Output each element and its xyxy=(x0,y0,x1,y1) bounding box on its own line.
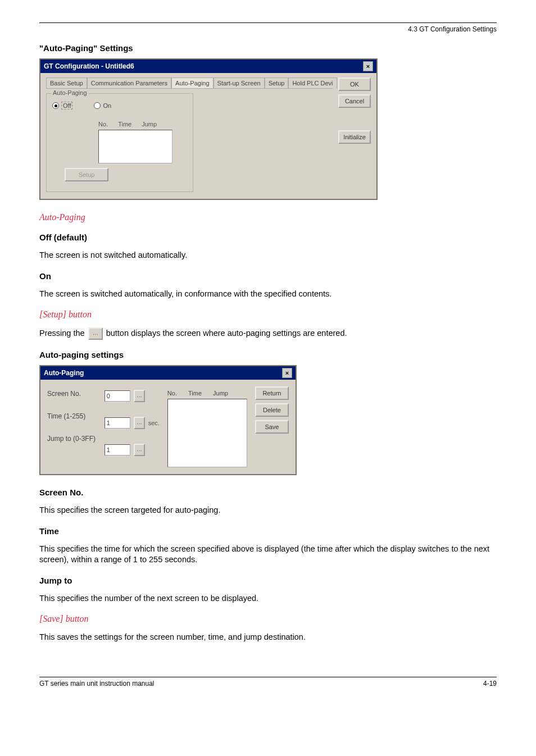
heading-off: Off (default) xyxy=(39,233,497,242)
window-title: GT Configuration - Untitled6 xyxy=(44,62,134,70)
heading-autopaging-settings: Auto-paging settings xyxy=(39,350,497,359)
groupbox-legend: Auto-Paging xyxy=(51,89,89,96)
col-time: Time xyxy=(118,121,131,127)
label-sec: sec. xyxy=(148,420,160,426)
titlebar: GT Configuration - Untitled6 × xyxy=(40,60,376,73)
autopaging-listbox[interactable] xyxy=(167,399,247,467)
time-input[interactable]: 1 xyxy=(105,417,130,429)
setup-button[interactable]: Setup xyxy=(65,168,108,181)
tab-startup-screen[interactable]: Start-up Screen xyxy=(214,78,265,88)
delete-button[interactable]: Delete xyxy=(255,403,289,417)
tab-hold-plc-dev[interactable]: Hold PLC Devi xyxy=(288,78,337,88)
tab-communication-parameters[interactable]: Communication Parameters xyxy=(87,78,171,88)
col-no: No. xyxy=(167,390,177,397)
tab-setup[interactable]: Setup xyxy=(265,78,289,88)
para-save: This saves the settings for the screen n… xyxy=(39,632,497,643)
para-setup-post: button displays the screen where auto-pa… xyxy=(106,329,347,338)
gt-configuration-window: GT Configuration - Untitled6 × Basic Set… xyxy=(39,58,378,200)
tab-auto-paging[interactable]: Auto-Paging xyxy=(171,78,214,88)
spin-button-icon[interactable]: … xyxy=(134,390,145,402)
spin-button-icon[interactable]: … xyxy=(134,417,145,429)
cancel-button[interactable]: Cancel xyxy=(338,94,371,108)
footer-page-number: 4-19 xyxy=(483,680,497,687)
close-icon[interactable]: × xyxy=(282,368,292,378)
para-setup-pre: Pressing the xyxy=(39,329,85,338)
return-button[interactable]: Return xyxy=(255,386,289,400)
radio-on[interactable]: On xyxy=(94,102,111,110)
radio-icon xyxy=(52,102,59,109)
heading-on: On xyxy=(39,271,497,281)
autopaging-listbox[interactable] xyxy=(98,130,172,163)
spin-button-icon[interactable]: … xyxy=(134,444,145,456)
section-heading: "Auto-Paging" Settings xyxy=(39,43,497,53)
radio-on-label: On xyxy=(103,102,111,109)
para-jump: This specifies the number of the next sc… xyxy=(39,593,497,604)
initialize-button[interactable]: Initialize xyxy=(338,130,371,144)
titlebar: Auto-Paging × xyxy=(40,366,296,380)
heading-screen-no: Screen No. xyxy=(39,488,497,497)
radio-off-label: Off xyxy=(61,102,72,110)
para-setup: Pressing the … button displays the scree… xyxy=(39,327,497,340)
col-jump: Jump xyxy=(213,390,228,397)
radio-icon xyxy=(94,102,101,109)
tab-strip: Basic Setup Communication Parameters Aut… xyxy=(46,78,333,89)
footer-manual-title: GT series main unit instruction manual xyxy=(39,680,155,687)
para-screen-no: This specifies the screen targeted for a… xyxy=(39,505,497,516)
ok-button[interactable]: OK xyxy=(338,78,371,91)
radio-off[interactable]: Off xyxy=(52,102,72,110)
col-no: No. xyxy=(98,121,108,127)
para-off: The screen is not switched automatically… xyxy=(39,250,497,261)
page-header-section: 4.3 GT Configuration Settings xyxy=(39,25,497,33)
tab-basic-setup[interactable]: Basic Setup xyxy=(46,78,87,88)
para-time: This specifies the time for which the sc… xyxy=(39,544,497,566)
heading-time: Time xyxy=(39,526,497,536)
heading-autopaging: Auto-Paging xyxy=(39,212,497,222)
para-on: The screen is switched automatically, in… xyxy=(39,289,497,300)
label-time: Time (1-255) xyxy=(47,412,97,420)
heading-save-button: [Save] button xyxy=(39,614,497,624)
window-title: Auto-Paging xyxy=(44,369,84,377)
col-time: Time xyxy=(188,390,202,397)
ellipsis-button-icon: … xyxy=(88,327,103,340)
auto-paging-dialog: Auto-Paging × Screen No. Time (1-255) Ju… xyxy=(39,365,297,475)
heading-setup-button: [Setup] button xyxy=(39,309,497,320)
screen-no-input[interactable]: 0 xyxy=(105,390,130,402)
jump-input[interactable]: 1 xyxy=(105,444,130,456)
close-icon[interactable]: × xyxy=(363,61,373,71)
heading-jump-to: Jump to xyxy=(39,576,497,585)
col-jump: Jump xyxy=(142,121,157,127)
save-button[interactable]: Save xyxy=(255,420,289,434)
autopaging-groupbox: Auto-Paging Off On No. Time xyxy=(46,93,193,192)
label-screen-no: Screen No. xyxy=(47,390,97,398)
label-jump: Jump to (0-3FF) xyxy=(47,435,97,443)
